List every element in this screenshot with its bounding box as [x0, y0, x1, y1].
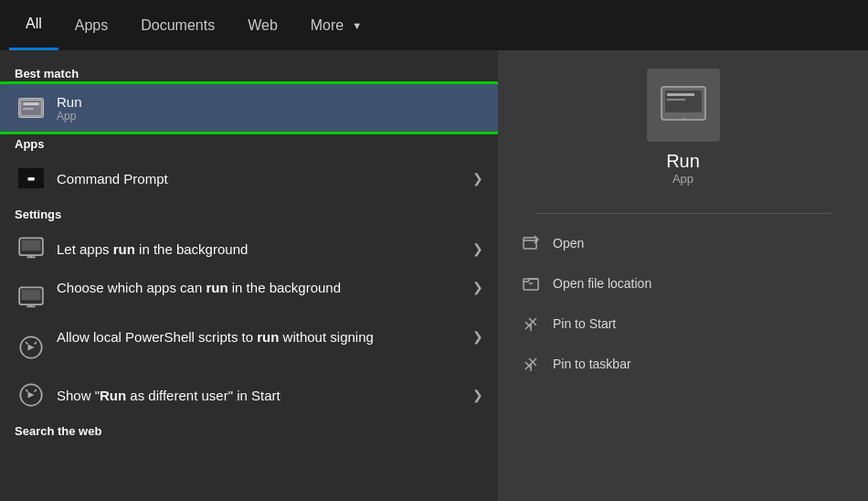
tab-bar: All Apps Documents Web More ▼ [0, 0, 868, 50]
tab-more[interactable]: More ▼ [294, 0, 378, 50]
svg-line-13 [35, 342, 37, 344]
settings-text-4: Show "Run as different user" in Start [57, 388, 281, 403]
run-icon [15, 91, 48, 124]
pin-to-taskbar-label: Pin to taskbar [553, 357, 631, 371]
open-file-location-item[interactable]: Open file location [507, 263, 859, 304]
svg-line-16 [35, 389, 37, 391]
svg-rect-20 [667, 99, 685, 101]
settings-arrow-4: ❯ [472, 388, 483, 402]
cmd-title: Command Prompt [57, 171, 168, 187]
settings-item-4[interactable]: Show "Run as different user" in Start ❯ [0, 371, 498, 419]
settings-icon-3 [15, 331, 48, 364]
settings-item-3[interactable]: Allow local PowerShell scripts to run wi… [0, 322, 498, 371]
main-content: Best match Run App Apps [0, 50, 868, 501]
pin-to-start-label: Pin to Start [553, 316, 616, 331]
settings-text-1: Let apps run in the background [57, 241, 248, 257]
cmd-icon: ▬ [15, 162, 48, 195]
svg-rect-2 [23, 108, 34, 110]
open-item[interactable]: Open [507, 223, 859, 263]
settings-item-2[interactable]: Choose which apps can run in the backgro… [0, 272, 498, 322]
context-menu: Open Open file location [498, 223, 868, 384]
svg-line-15 [26, 389, 27, 391]
apps-section-label: Apps [0, 132, 498, 155]
tab-web[interactable]: Web [231, 0, 294, 50]
settings-title-2: Choose which apps can run in the backgro… [57, 280, 341, 295]
open-label: Open [553, 236, 584, 250]
settings-arrow-3: ❯ [472, 329, 483, 344]
settings-title-3: Allow local PowerShell scripts to run wi… [57, 329, 374, 345]
svg-rect-24 [524, 279, 538, 290]
run-result-item[interactable]: Run App [0, 84, 498, 132]
settings-title-4: Show "Run as different user" in Start [57, 388, 281, 403]
command-prompt-item[interactable]: ▬ Command Prompt ❯ [0, 155, 498, 202]
settings-arrow-2: ❯ [472, 280, 483, 294]
svg-rect-23 [524, 238, 536, 249]
app-type: App [672, 172, 693, 186]
tab-documents[interactable]: Documents [124, 0, 231, 50]
settings-item-1[interactable]: Let apps run in the background ❯ [0, 225, 498, 272]
svg-line-12 [26, 342, 27, 344]
open-file-location-label: Open file location [553, 276, 651, 291]
left-panel: Best match Run App Apps [0, 50, 498, 501]
run-result-text: Run App [57, 94, 82, 123]
run-subtitle: App [57, 110, 82, 123]
best-match-label: Best match [0, 61, 498, 84]
settings-title-1: Let apps run in the background [57, 241, 248, 257]
settings-text-2: Choose which apps can run in the backgro… [57, 280, 341, 295]
settings-icon-2 [15, 282, 48, 314]
settings-text-3: Allow local PowerShell scripts to run wi… [57, 329, 374, 345]
run-title: Run [57, 94, 82, 110]
pin-to-start-item[interactable]: Pin to Start [507, 304, 859, 344]
svg-rect-4 [22, 240, 41, 251]
svg-rect-1 [23, 102, 38, 105]
right-panel: Run App Open [498, 50, 868, 501]
svg-rect-8 [22, 290, 41, 301]
tab-apps[interactable]: Apps [58, 0, 124, 50]
settings-section-label: Settings [0, 202, 498, 225]
tab-all[interactable]: All [9, 0, 58, 50]
settings-arrow-1: ❯ [472, 241, 483, 256]
search-web-label: Search the web [0, 419, 498, 442]
settings-icon-1 [15, 232, 48, 265]
chevron-down-icon: ▼ [352, 20, 362, 31]
cmd-arrow: ❯ [472, 171, 483, 186]
divider [535, 213, 831, 214]
svg-rect-19 [667, 93, 694, 96]
app-preview: Run App [647, 69, 720, 186]
pin-to-taskbar-item[interactable]: Pin to taskbar [507, 344, 859, 384]
settings-icon-4 [15, 378, 48, 411]
cmd-result-text: Command Prompt [57, 171, 168, 187]
app-name: Run [666, 151, 700, 172]
app-icon-large [647, 69, 720, 142]
open-icon [520, 232, 542, 254]
pin-taskbar-icon [520, 353, 542, 375]
pin-start-icon [520, 313, 542, 335]
file-location-icon [520, 272, 542, 294]
